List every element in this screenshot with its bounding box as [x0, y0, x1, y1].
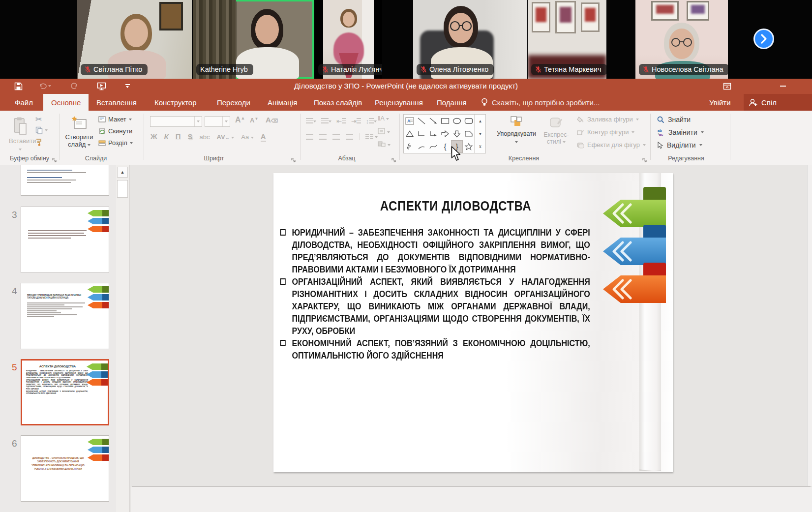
- shape-line[interactable]: [416, 115, 427, 127]
- text-shadow-button[interactable]: S: [188, 132, 193, 141]
- replace-button[interactable]: abac Замінити: [657, 128, 704, 136]
- slide-thumbnail-4[interactable]: ПРОЦЕС УПРАВЛІННЯ ВКЛЮЧАЄ ТАКІ ОСНОВНІ Т…: [21, 283, 109, 349]
- slide-canvas[interactable]: АСПЕКТИ ДІЛОВОДСТВА ЮРИДИЧНИЙ – ЗАБЕЗПЕЧ…: [273, 173, 673, 472]
- participant-tile-2[interactable]: Katherine Hryb: [193, 0, 314, 79]
- shrink-font-button[interactable]: A▼: [250, 117, 258, 124]
- tab-view[interactable]: Подання: [429, 94, 475, 111]
- change-case-button[interactable]: Aa: [241, 133, 254, 141]
- select-button[interactable]: Виділити: [657, 141, 702, 149]
- minimize-button[interactable]: [773, 80, 793, 92]
- format-painter-button[interactable]: [35, 138, 43, 148]
- thumbnail-scroll-thumb[interactable]: [117, 180, 128, 198]
- layout-button[interactable]: Макет: [98, 116, 132, 123]
- bold-button[interactable]: Ж: [150, 132, 157, 141]
- tab-file[interactable]: Файл: [7, 94, 41, 111]
- grow-font-button[interactable]: A▲: [235, 116, 245, 124]
- cut-button[interactable]: ✂: [35, 115, 42, 124]
- shape-rectangle[interactable]: [439, 115, 451, 127]
- share-button[interactable]: Спіл: [744, 94, 812, 111]
- section-button[interactable]: Розділ: [98, 139, 133, 147]
- columns-button[interactable]: [365, 132, 378, 141]
- shape-elbow-arrow-connector[interactable]: [427, 127, 439, 140]
- paste-button[interactable]: Вставити: [9, 117, 31, 153]
- shape-arrow[interactable]: [427, 115, 439, 127]
- find-button[interactable]: Знайти: [657, 116, 691, 123]
- shape-rounded-rectangle[interactable]: [463, 115, 475, 127]
- slide-thumbnail-3[interactable]: [21, 207, 109, 273]
- participant-tile-3[interactable]: Наталія Лук'янчук: [315, 0, 382, 79]
- shape-textbox[interactable]: A: [404, 115, 416, 127]
- shape-fill-button[interactable]: Заливка фігури: [576, 116, 639, 123]
- line-spacing-button[interactable]: ↕: [366, 118, 377, 125]
- character-spacing-button[interactable]: AV↔: [217, 133, 235, 141]
- tab-review[interactable]: Рецензування: [367, 94, 431, 111]
- reset-button[interactable]: Скинути: [98, 127, 132, 135]
- tab-design[interactable]: Конструктор: [147, 94, 205, 111]
- text-direction-button[interactable]: ‖A: [378, 115, 389, 122]
- ribbon-display-options-button[interactable]: [717, 80, 737, 92]
- slide-thumbnail-2[interactable]: [21, 165, 109, 196]
- arrange-button[interactable]: Упорядкувати: [494, 116, 539, 146]
- align-text-button[interactable]: [378, 127, 390, 136]
- underline-button[interactable]: П: [176, 132, 181, 141]
- justify-button[interactable]: [346, 134, 353, 140]
- shape-star[interactable]: [463, 140, 475, 153]
- participant-tile-6[interactable]: Новоселова Світлана: [635, 0, 728, 79]
- align-center-button[interactable]: [319, 134, 327, 140]
- thumbnail-scroll-up[interactable]: ▲: [117, 167, 128, 178]
- font-size-combo[interactable]: [205, 116, 230, 127]
- shapes-more-button[interactable]: ⊻: [474, 140, 486, 153]
- font-dialog-launcher[interactable]: [291, 156, 297, 162]
- clear-formatting-button[interactable]: A⌫: [266, 116, 278, 124]
- numbering-button[interactable]: [321, 117, 331, 125]
- copy-button[interactable]: [35, 126, 48, 134]
- align-left-button[interactable]: [306, 134, 313, 140]
- shape-curve[interactable]: [427, 140, 439, 153]
- shape-down-arrow[interactable]: [451, 127, 463, 140]
- convert-smartart-button[interactable]: [378, 140, 391, 149]
- slide-thumbnail-5[interactable]: АСПЕКТИ ДІЛОВОДСТВА ЮРИДИЧНИЙ – ЗАБЕЗПЕЧ…: [21, 359, 109, 425]
- bullets-button[interactable]: [306, 117, 316, 125]
- notes-pane[interactable]: [131, 487, 812, 512]
- font-name-combo[interactable]: [150, 116, 202, 127]
- paragraph-dialog-launcher[interactable]: [391, 156, 397, 162]
- shape-effects-button[interactable]: Ефекти для фігур: [576, 141, 646, 149]
- participant-tile-4[interactable]: Олена Літовченко: [413, 0, 527, 79]
- slide-body-textbox[interactable]: ЮРИДИЧНИЙ – ЗАБЕЗПЕЧЕННЯ ЗАКОННОСТІ ТА Д…: [279, 226, 647, 361]
- thumbnail-scrollbar[interactable]: ▲: [116, 165, 129, 512]
- tab-slideshow[interactable]: Показ слайдів: [306, 94, 370, 111]
- sign-in-button[interactable]: Увійти: [709, 94, 731, 111]
- next-participants-button[interactable]: [753, 29, 774, 49]
- italic-button[interactable]: К: [164, 132, 169, 141]
- shapes-scroll-down[interactable]: ▼: [474, 127, 486, 140]
- shapes-scroll-up[interactable]: ▲: [474, 115, 486, 127]
- shape-triangle[interactable]: [404, 127, 416, 140]
- shape-outline-button[interactable]: Контур фігури: [576, 128, 634, 136]
- tab-home[interactable]: Основне: [43, 94, 89, 111]
- strikethrough-button[interactable]: abc: [200, 133, 210, 141]
- shape-elbow-connector[interactable]: [416, 127, 427, 140]
- align-right-button[interactable]: [332, 134, 340, 140]
- shape-scribble[interactable]: [404, 140, 416, 153]
- increase-indent-button[interactable]: ⇥: [351, 118, 361, 125]
- slide-area-scrollbar[interactable]: [808, 165, 812, 486]
- tab-insert[interactable]: Вставлення: [89, 94, 145, 111]
- tab-transitions[interactable]: Переходи: [209, 94, 258, 111]
- shape-right-arrow[interactable]: [439, 127, 451, 140]
- shape-arc[interactable]: [416, 140, 427, 153]
- font-color-button[interactable]: А: [261, 132, 266, 142]
- new-slide-button[interactable]: Створити слайд: [64, 116, 94, 148]
- shape-left-brace[interactable]: {: [439, 140, 451, 153]
- clipboard-dialog-launcher[interactable]: [52, 156, 58, 162]
- quick-styles-button[interactable]: Експрес-стилі: [540, 116, 572, 145]
- shape-oval[interactable]: [451, 115, 463, 127]
- slide-thumbnail-6[interactable]: ДІЛОВОДСТВО – СУКУПНІСТЬ ПРОЦЕСІВ, ЩО ЗА…: [21, 435, 109, 502]
- slide-title-box[interactable]: АСПЕКТИ ДІЛОВОДСТВА: [293, 198, 618, 214]
- drawing-dialog-launcher[interactable]: [642, 156, 648, 162]
- tell-me-box[interactable]: Скажіть, що потрібно зробити...: [481, 94, 600, 111]
- participant-tile-5[interactable]: Тетяна Маркевич: [528, 0, 606, 79]
- participant-tile-1[interactable]: Світлана Пітко: [77, 0, 192, 79]
- shape-snip-corner-rectangle[interactable]: [463, 127, 475, 140]
- tab-animations[interactable]: Анімація: [260, 94, 305, 111]
- decrease-indent-button[interactable]: ⇤: [336, 118, 346, 125]
